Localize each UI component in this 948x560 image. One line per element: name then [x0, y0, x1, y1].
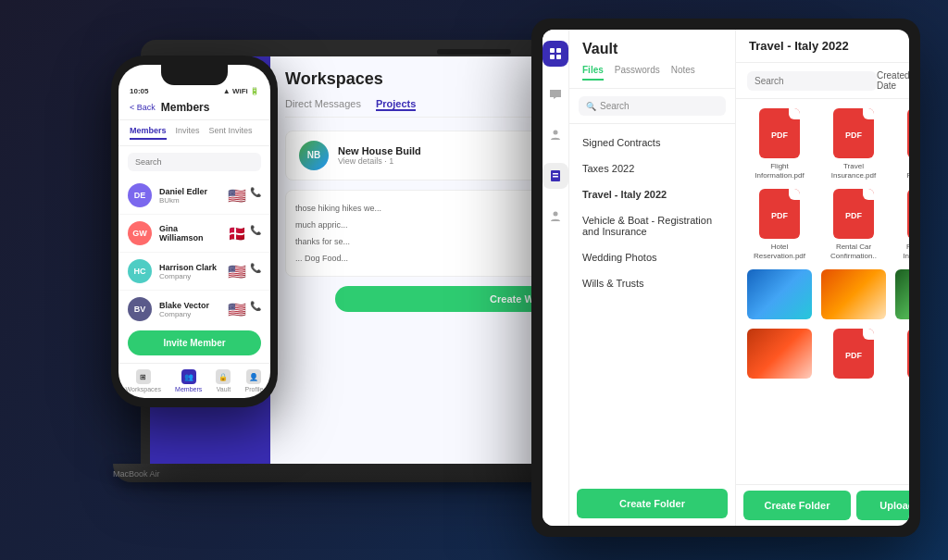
tab-files[interactable]: Files [582, 65, 604, 81]
folder-travel-italy[interactable]: Travel - Italy 2022 [569, 181, 735, 207]
member-item-daniel[interactable]: DE Daniel Edler BUkm 🇺🇸 📞 [118, 177, 270, 215]
phone-nav-members[interactable]: 👥 Members [175, 369, 202, 392]
tablet-sidebar-profile[interactable] [543, 204, 568, 230]
file-name: Travel Insurance.pdf [826, 162, 881, 180]
member-item-blake[interactable]: BV Blake Vector Company 🇺🇸 📞 [118, 291, 270, 323]
flag-icon: 🇺🇸 [228, 187, 246, 205]
laptop-notch [437, 49, 511, 55]
member-avatar: HC [128, 259, 152, 283]
tab-direct-messages[interactable]: Direct Messages [285, 98, 361, 111]
vault-files-grid: PDF Flight Information.pdf PDF Travel In… [736, 99, 909, 484]
phone-status-icons: ▲ WiFi 🔋 [223, 87, 259, 95]
phone-bottom-nav: ⊞ Workspaces 👥 Members 🔒 Vault 👤 Profile [118, 363, 270, 398]
sort-label: Created Date [877, 70, 909, 91]
file-travel-insurance[interactable]: PDF Travel Insurance.pdf [821, 108, 886, 180]
member-name: Harrison Clark [159, 263, 220, 272]
pdf-icon: PDF [833, 329, 874, 379]
vault-tabs: Files Passwords Notes [582, 65, 722, 81]
laptop-brand: MacBook Air [113, 469, 160, 479]
phone-call-icon[interactable]: 📞 [250, 301, 261, 318]
photo-italy-1[interactable] [747, 269, 812, 319]
tab-notes[interactable]: Notes [671, 65, 695, 81]
pdf-icon: PDF [907, 108, 909, 158]
folder-taxes[interactable]: Taxes 2022 [569, 156, 735, 181]
member-name: Gina Williamson [159, 224, 220, 243]
photo-thumbnail [895, 269, 909, 319]
phone-screen-title: Members [161, 101, 210, 114]
tablet-sidebar-chat[interactable] [543, 81, 568, 107]
pdf-icon: PDF [759, 189, 800, 239]
phone-device: 10:05 ▲ WiFi 🔋 < Back Members Members In… [111, 56, 278, 407]
create-folder-button[interactable]: Create Folder [577, 489, 728, 518]
phone-call-icon[interactable]: 📞 [250, 263, 261, 280]
project-avatar: NB [299, 141, 329, 170]
file-flight-info[interactable]: PDF Flight Information.pdf [747, 108, 812, 180]
file-name: Rental Car Confirmation.. [826, 243, 881, 260]
photo-thumbnail [747, 329, 812, 379]
flag-icon: 🇺🇸 [228, 263, 246, 280]
photo-italy-2[interactable] [821, 269, 886, 319]
file-extra-doc-2[interactable]: PDF [895, 329, 909, 379]
photo-thumbnail [821, 269, 886, 319]
file-name: Hotel Reservation.pdf [752, 243, 807, 260]
member-item-gina[interactable]: GW Gina Williamson 🇩🇰 📞 [118, 215, 270, 253]
svg-rect-3 [556, 55, 561, 59]
tab-passwords[interactable]: Passwords [615, 65, 660, 81]
file-passport[interactable]: PDF Susan Passport.pdf [895, 108, 909, 180]
pdf-icon: PDF [833, 189, 874, 239]
create-folder-bottom-button[interactable]: Create Folder [743, 491, 851, 520]
workspace-nav-icon: ⊞ [136, 369, 151, 384]
vault-right-title: Travel - Italy 2022 [749, 39, 849, 53]
phone-back-button[interactable]: < Back [130, 103, 156, 112]
file-extra-doc-1[interactable]: PDF [821, 329, 886, 379]
vault-search-input[interactable]: 🔍 Search [579, 96, 726, 116]
vault-search-placeholder: Search [600, 101, 630, 111]
tablet-sidebar-members[interactable] [543, 122, 568, 148]
invite-member-button[interactable]: Invite Member [128, 330, 261, 355]
vault-left-panel: Vault Files Passwords Notes 🔍 Search Sig… [569, 30, 736, 526]
tab-invites[interactable]: Invites [176, 126, 200, 140]
tab-projects[interactable]: Projects [376, 98, 416, 111]
phone-member-list: DE Daniel Edler BUkm 🇺🇸 📞 GW Gina Willia… [118, 177, 270, 323]
phone-nav-bar: < Back Members [118, 95, 270, 120]
phone-call-icon[interactable]: 📞 [250, 187, 261, 205]
phone-nav-workspaces[interactable]: ⊞ Workspaces [126, 369, 161, 392]
member-actions: 🇩🇰 📞 [228, 225, 261, 243]
file-name: Susan Passport.pdf [900, 162, 909, 180]
tablet-screen: Vault Files Passwords Notes 🔍 Search Sig… [543, 30, 909, 526]
folder-signed-contracts[interactable]: Signed Contracts [569, 130, 735, 156]
vault-file-search[interactable] [747, 71, 877, 91]
phone-search-input[interactable] [128, 153, 261, 171]
tab-members[interactable]: Members [130, 126, 167, 140]
phone-nav-vault[interactable]: 🔒 Vault [216, 369, 231, 392]
photo-italy-3[interactable] [895, 269, 909, 319]
folder-wedding-photos[interactable]: Wedding Photos [569, 244, 735, 270]
folder-vehicle-boat[interactable]: Vehicle & Boat - Registration and Insura… [569, 207, 735, 244]
photo-italy-4[interactable] [747, 329, 812, 379]
file-return-flight[interactable]: PDF Return Flight Information.pdf [895, 189, 909, 260]
member-name: Daniel Edler [159, 187, 220, 196]
member-item-harrison[interactable]: HC Harrison Clark Company 🇺🇸 📞 [118, 253, 270, 291]
phone-nav-profile[interactable]: 👤 Profile [245, 369, 264, 392]
nav-label-vault: Vault [217, 386, 231, 392]
vault-nav-icon: 🔒 [216, 369, 231, 384]
svg-rect-6 [553, 173, 558, 175]
tablet-sidebar-home[interactable] [543, 41, 568, 67]
phone-call-icon[interactable]: 📞 [250, 225, 261, 243]
file-hotel[interactable]: PDF Hotel Reservation.pdf [747, 189, 812, 260]
upload-files-button[interactable]: Upload Files [856, 491, 909, 520]
file-rental-car[interactable]: PDF Rental Car Confirmation.. [821, 189, 886, 260]
member-info: Daniel Edler BUkm [159, 187, 220, 205]
phone-search-area [118, 146, 270, 177]
pdf-icon: PDF [833, 108, 874, 158]
svg-point-8 [554, 212, 558, 217]
flag-icon: 🇺🇸 [228, 301, 246, 318]
member-actions: 🇺🇸 📞 [228, 187, 261, 205]
tab-sent-invites[interactable]: Sent Invites [209, 126, 253, 140]
vault-header: Vault Files Passwords Notes [569, 30, 735, 89]
vault-sort-control[interactable]: Created Date ▲ ☰ [877, 70, 909, 91]
folder-wills-trusts[interactable]: Wills & Trusts [569, 270, 735, 296]
tablet-sidebar-vault[interactable] [543, 163, 568, 189]
svg-rect-1 [556, 48, 561, 53]
svg-rect-7 [553, 176, 558, 178]
